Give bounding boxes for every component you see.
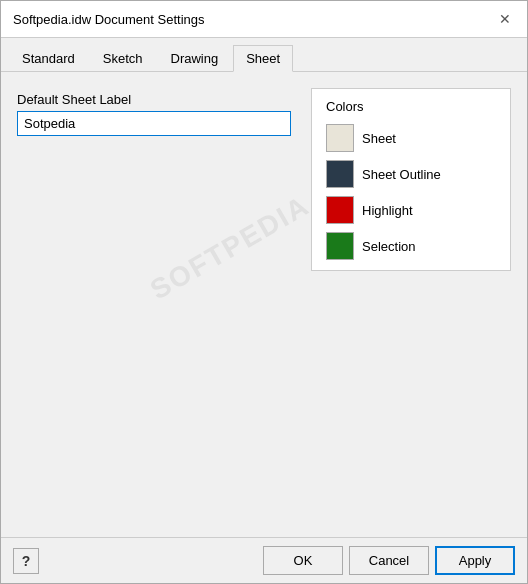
color-swatch-sheet-outline[interactable] <box>326 160 354 188</box>
tab-sketch[interactable]: Sketch <box>90 45 156 72</box>
apply-button[interactable]: Apply <box>435 546 515 575</box>
tabs-bar: Standard Sketch Drawing Sheet <box>1 38 527 72</box>
tab-standard[interactable]: Standard <box>9 45 88 72</box>
color-label-selection: Selection <box>362 239 415 254</box>
color-swatch-sheet[interactable] <box>326 124 354 152</box>
footer-left: ? <box>13 548 39 574</box>
color-label-sheet-outline: Sheet Outline <box>362 167 441 182</box>
color-row-highlight: Highlight <box>326 196 496 224</box>
help-button[interactable]: ? <box>13 548 39 574</box>
colors-box: Colors Sheet Sheet Outline Highlight <box>311 88 511 271</box>
main-layout: Default Sheet Label Colors Sheet Sheet O… <box>17 88 511 271</box>
close-button[interactable]: ✕ <box>495 9 515 29</box>
footer: ? OK Cancel Apply <box>1 537 527 583</box>
tab-drawing[interactable]: Drawing <box>158 45 232 72</box>
footer-buttons: OK Cancel Apply <box>263 546 515 575</box>
color-row-selection: Selection <box>326 232 496 260</box>
content-area: SOFTPEDIA Default Sheet Label Colors She… <box>1 72 527 537</box>
window-title: Softpedia.idw Document Settings <box>13 12 205 27</box>
title-bar: Softpedia.idw Document Settings ✕ <box>1 1 527 38</box>
sheet-label-input[interactable] <box>17 111 291 136</box>
color-row-sheet: Sheet <box>326 124 496 152</box>
color-swatch-selection[interactable] <box>326 232 354 260</box>
tab-sheet[interactable]: Sheet <box>233 45 293 72</box>
sheet-label-label: Default Sheet Label <box>17 92 291 107</box>
color-label-highlight: Highlight <box>362 203 413 218</box>
right-section: Colors Sheet Sheet Outline Highlight <box>311 88 511 271</box>
color-swatch-highlight[interactable] <box>326 196 354 224</box>
colors-title: Colors <box>326 99 496 114</box>
color-row-sheet-outline: Sheet Outline <box>326 160 496 188</box>
sheet-label-group: Default Sheet Label <box>17 92 291 136</box>
left-section: Default Sheet Label <box>17 88 291 136</box>
main-window: Softpedia.idw Document Settings ✕ Standa… <box>0 0 528 584</box>
color-label-sheet: Sheet <box>362 131 396 146</box>
cancel-button[interactable]: Cancel <box>349 546 429 575</box>
ok-button[interactable]: OK <box>263 546 343 575</box>
